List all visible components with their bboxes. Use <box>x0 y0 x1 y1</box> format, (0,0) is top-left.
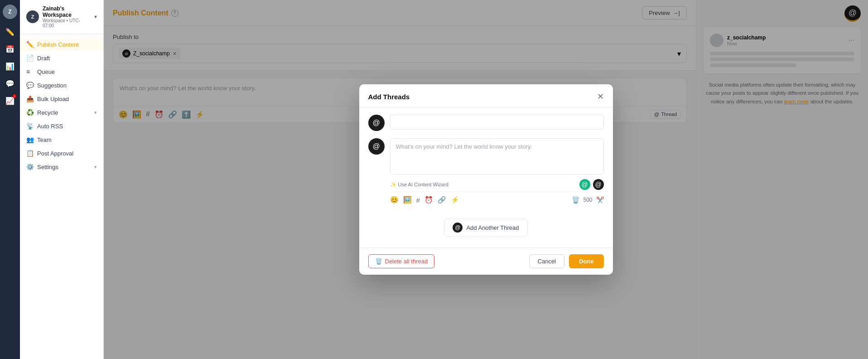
nav-item-draft-label: Draft <box>37 55 50 62</box>
nav-sidebar: Z Zainab's Workspace Workspace • UTC-07:… <box>20 0 104 359</box>
nav-item-team-label: Team <box>37 136 52 143</box>
nav-item-suggestion[interactable]: 💬 Suggestion <box>20 78 103 92</box>
nav-items-list: ✏️ Publish Content 📄 Draft ≡ Queue 💬 Sug… <box>20 34 103 177</box>
sidebar-icon-notification[interactable]: 📈 1 <box>3 93 17 108</box>
main-content: Publish Content ? Preview →| Publish to … <box>104 0 868 359</box>
add-thread-icon: @ <box>453 223 463 233</box>
thread-char-count: 🗑️ 500 ✂️ <box>572 196 603 204</box>
thread-2-icons: ✨ Use AI Content Wizard @ @ <box>390 176 604 192</box>
add-threads-modal: Add Threads ✕ @ @ <box>359 84 613 275</box>
draft-icon: 📄 <box>26 54 34 62</box>
sidebar-icon-chat[interactable]: 💬 <box>3 76 17 91</box>
nav-item-bulk-upload-label: Bulk Upload <box>37 96 69 102</box>
workspace-avatar: Z <box>26 10 39 23</box>
thread-icon-green[interactable]: @ <box>579 179 590 190</box>
thread-emoji-icon[interactable]: 😊 <box>390 196 399 204</box>
sidebar-icon-chart[interactable]: 📊 <box>3 59 17 73</box>
nav-item-post-approval[interactable]: 📋 Post Approval <box>20 146 103 160</box>
workspace-header[interactable]: Z Zainab's Workspace Workspace • UTC-07:… <box>20 0 103 34</box>
add-another-thread-button[interactable]: @ Add Another Thread <box>444 218 527 237</box>
bulk-upload-icon: 📤 <box>26 95 34 102</box>
nav-item-suggestion-label: Suggestion <box>37 82 67 89</box>
thread-1-input[interactable] <box>390 115 604 130</box>
thread-2-avatar: @ <box>368 138 385 155</box>
nav-item-queue[interactable]: ≡ Queue <box>20 65 103 78</box>
nav-item-auto-rss[interactable]: 📡 Auto RSS <box>20 119 103 133</box>
suggestion-icon: 💬 <box>26 82 34 89</box>
thread-boost-icon[interactable]: ⚡ <box>451 196 459 204</box>
nav-item-team[interactable]: 👥 Team <box>20 133 103 146</box>
modal-header: Add Threads ✕ <box>359 84 613 107</box>
nav-item-recycle-label: Recycle <box>37 109 58 116</box>
queue-icon: ≡ <box>26 68 34 75</box>
thread-item-2: @ ✨ Use AI Content Wizard @ @ 😊 <box>368 138 604 204</box>
delete-all-label: Delete all thread <box>385 258 428 265</box>
nav-item-auto-rss-label: Auto RSS <box>37 123 63 130</box>
thread-hashtag-icon[interactable]: # <box>416 196 420 204</box>
cancel-button[interactable]: Cancel <box>529 254 564 268</box>
icon-sidebar: Z ✏️ 📅 📊 💬 📈 1 <box>0 0 20 359</box>
nav-item-queue-label: Queue <box>37 68 55 75</box>
thread-1-input-wrapper <box>390 115 604 131</box>
post-approval-icon: 📋 <box>26 150 34 157</box>
auto-rss-icon: 📡 <box>26 122 34 130</box>
scissors-icon[interactable]: ✂️ <box>596 196 604 204</box>
thread-2-toolbar: 😊 🖼️ # ⏰ 🔗 ⚡ 🗑️ 500 ✂️ <box>390 192 604 204</box>
nav-item-settings-label: Settings <box>37 164 58 170</box>
sidebar-icon-calendar[interactable]: 📅 <box>3 42 17 56</box>
workspace-sub: Workspace • UTC-07:00 <box>43 18 91 28</box>
thread-clock-icon[interactable]: ⏰ <box>424 196 433 204</box>
nav-item-recycle[interactable]: ♻️ Recycle ▾ <box>20 106 103 119</box>
delete-all-thread-button[interactable]: 🗑️ Delete all thread <box>368 254 435 268</box>
nav-item-post-approval-label: Post Approval <box>37 150 73 157</box>
delete-trash-icon: 🗑️ <box>375 258 382 265</box>
nav-item-publish-label: Publish Content <box>37 41 79 48</box>
thread-link-icon[interactable]: 🔗 <box>438 196 446 204</box>
thread-2-input-wrapper: ✨ Use AI Content Wizard @ @ 😊 🖼️ # ⏰ 🔗 <box>390 138 604 204</box>
team-icon: 👥 <box>26 136 34 143</box>
thread-1-avatar: @ <box>368 115 385 131</box>
char-count-value: 500 <box>583 197 592 203</box>
nav-item-settings[interactable]: ⚙️ Settings ▾ <box>20 160 103 174</box>
settings-icon: ⚙️ <box>26 163 34 170</box>
publish-icon: ✏️ <box>26 41 34 48</box>
settings-expand-icon: ▾ <box>94 164 97 170</box>
ai-icon: ✨ <box>390 182 396 188</box>
notification-badge: 1 <box>13 94 16 98</box>
recycle-expand-icon: ▾ <box>94 110 97 116</box>
thread-image-icon[interactable]: 🖼️ <box>403 196 412 204</box>
workspace-info: Zainab's Workspace Workspace • UTC-07:00 <box>43 5 91 28</box>
modal-footer: 🗑️ Delete all thread Cancel Done <box>359 247 613 275</box>
thread-icon-black[interactable]: @ <box>593 179 604 190</box>
modal-overlay: Add Threads ✕ @ @ <box>104 0 868 359</box>
user-avatar[interactable]: Z <box>3 5 17 19</box>
sidebar-icon-publish[interactable]: ✏️ <box>3 24 17 39</box>
thread-2-textarea[interactable] <box>390 138 604 175</box>
thread-trash-icon[interactable]: 🗑️ <box>572 196 579 204</box>
workspace-name: Zainab's Workspace <box>43 5 91 18</box>
workspace-chevron-icon: ▾ <box>94 14 97 20</box>
done-button[interactable]: Done <box>569 254 604 268</box>
nav-item-bulk-upload[interactable]: 📤 Bulk Upload <box>20 92 103 106</box>
modal-body: @ @ ✨ Use AI Content Wizard <box>359 107 613 247</box>
modal-action-buttons: Cancel Done <box>529 254 604 268</box>
modal-close-button[interactable]: ✕ <box>597 92 604 101</box>
modal-title: Add Threads <box>368 93 410 101</box>
ai-content-wizard-label[interactable]: ✨ Use AI Content Wizard <box>390 179 448 190</box>
thread-item-1: @ <box>368 115 604 131</box>
add-thread-label: Add Another Thread <box>466 224 519 231</box>
recycle-icon: ♻️ <box>26 109 34 116</box>
nav-item-draft[interactable]: 📄 Draft <box>20 51 103 65</box>
add-thread-container: @ Add Another Thread <box>368 211 604 240</box>
nav-item-publish[interactable]: ✏️ Publish Content <box>20 38 103 51</box>
